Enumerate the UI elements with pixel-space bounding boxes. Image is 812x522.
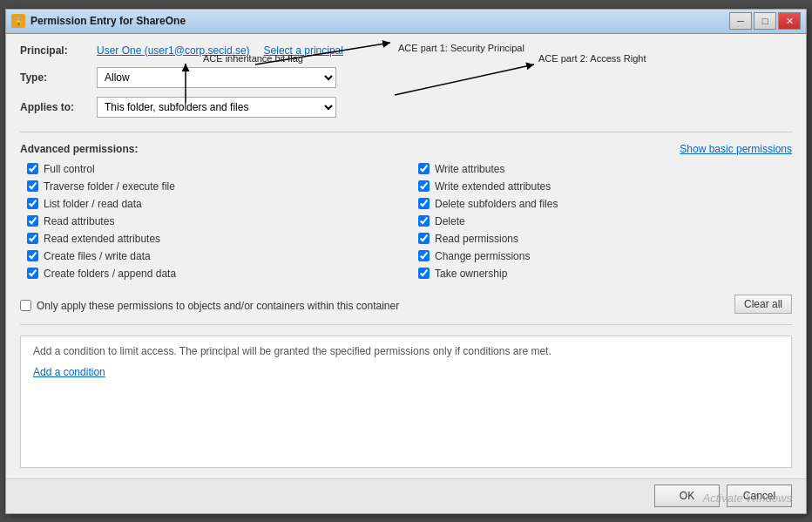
perm-create-folders: Create folders / append data [27, 265, 401, 282]
minimize-button[interactable]: ─ [729, 12, 752, 30]
only-apply-checkbox[interactable] [20, 300, 31, 311]
type-label: Type: [20, 71, 90, 84]
cancel-button[interactable]: Cancel [727, 485, 792, 507]
perm-list-folder-label[interactable]: List folder / read data [44, 198, 142, 210]
only-apply-row: Only apply these permissions to objects … [20, 300, 734, 312]
dialog-footer: OK Cancel [6, 478, 806, 513]
perm-change-permissions-checkbox[interactable] [418, 250, 430, 261]
perm-change-permissions-label[interactable]: Change permissions [435, 250, 530, 262]
show-basic-link[interactable]: Show basic permissions [680, 143, 792, 155]
dialog-window: 🔒 Permission Entry for ShareOne ─ □ ✕ Pr… [5, 9, 807, 514]
perm-list-folder-checkbox[interactable] [27, 198, 38, 209]
advanced-header: Advanced permissions: Show basic permiss… [20, 143, 792, 155]
applies-to-row: Applies to: This folder, subfolders and … [20, 97, 792, 118]
perm-read-permissions-checkbox[interactable] [418, 233, 430, 244]
applies-to-select[interactable]: This folder, subfolders and files This f… [97, 97, 336, 118]
perm-traverse: Traverse folder / execute file [27, 178, 401, 195]
type-row: Type: Allow Deny [20, 67, 792, 88]
perm-write-ext-attributes-label[interactable]: Write extended attributes [435, 180, 551, 193]
perm-take-ownership-checkbox[interactable] [418, 268, 430, 279]
perm-traverse-label[interactable]: Traverse folder / execute file [44, 180, 175, 193]
perm-delete-subfolders-checkbox[interactable] [418, 198, 430, 209]
perm-read-attributes: Read attributes [27, 213, 401, 230]
only-apply-row-container: Only apply these permissions to objects … [20, 295, 792, 314]
add-condition-link[interactable]: Add a condition [33, 366, 105, 378]
close-button[interactable]: ✕ [778, 12, 801, 30]
perm-list-folder: List folder / read data [27, 195, 401, 213]
perm-take-ownership: Take ownership [418, 265, 792, 282]
only-apply-label: Only apply these permissions to objects … [37, 300, 399, 312]
title-bar-buttons: ─ □ ✕ [729, 12, 801, 30]
perm-read-ext-attributes-label[interactable]: Read extended attributes [44, 233, 160, 245]
permissions-right: Write attributes Write extended attribut… [418, 160, 792, 282]
window-title: Permission Entry for ShareOne [30, 15, 186, 27]
perm-create-files-label[interactable]: Create files / write data [44, 250, 151, 262]
permissions-grid: Full control Traverse folder / execute f… [27, 160, 792, 282]
maximize-button[interactable]: □ [754, 12, 776, 30]
perm-read-attributes-label[interactable]: Read attributes [44, 215, 114, 227]
perm-write-ext-attributes-checkbox[interactable] [418, 180, 430, 192]
perm-delete-subfolders: Delete subfolders and files [418, 195, 792, 213]
select-principal-link[interactable]: Select a principal [264, 44, 343, 57]
perm-delete: Delete [418, 213, 792, 230]
perm-traverse-checkbox[interactable] [27, 180, 38, 192]
type-select[interactable]: Allow Deny [97, 67, 336, 88]
principal-value[interactable]: User One (user1@corp.secid.se) [97, 44, 250, 57]
principal-row: Principal: User One (user1@corp.secid.se… [20, 44, 792, 57]
perm-write-ext-attributes: Write extended attributes [418, 178, 792, 195]
perm-create-folders-checkbox[interactable] [27, 268, 38, 279]
perm-read-permissions-label[interactable]: Read permissions [435, 233, 518, 245]
perm-full-control-label[interactable]: Full control [44, 163, 95, 175]
perm-read-ext-attributes: Read extended attributes [27, 230, 401, 247]
perm-write-attributes: Write attributes [418, 160, 792, 178]
condition-text: Add a condition to limit access. The pri… [33, 345, 779, 357]
perm-read-attributes-checkbox[interactable] [27, 215, 38, 227]
condition-section: Add a condition to limit access. The pri… [20, 336, 792, 468]
clear-all-button[interactable]: Clear all [734, 295, 792, 314]
perm-create-files: Create files / write data [27, 247, 401, 265]
perm-delete-label[interactable]: Delete [435, 215, 465, 227]
advanced-permissions-section: Advanced permissions: Show basic permiss… [20, 143, 792, 282]
section-divider-1 [20, 132, 792, 132]
perm-full-control-checkbox[interactable] [27, 163, 38, 174]
section-divider-2 [20, 324, 792, 325]
perm-create-folders-label[interactable]: Create folders / append data [44, 268, 176, 280]
perm-delete-subfolders-label[interactable]: Delete subfolders and files [435, 198, 558, 210]
perm-delete-checkbox[interactable] [418, 215, 430, 227]
applies-to-label: Applies to: [20, 101, 90, 113]
title-bar: 🔒 Permission Entry for ShareOne ─ □ ✕ [6, 10, 806, 34]
ok-button[interactable]: OK [654, 485, 720, 507]
advanced-permissions-title: Advanced permissions: [20, 143, 138, 155]
perm-write-attributes-checkbox[interactable] [418, 163, 430, 174]
window-icon: 🔒 [11, 14, 25, 28]
perm-change-permissions: Change permissions [418, 247, 792, 265]
perm-write-attributes-label[interactable]: Write attributes [435, 163, 504, 175]
perm-read-ext-attributes-checkbox[interactable] [27, 233, 38, 244]
perm-full-control: Full control [27, 160, 401, 178]
perm-read-permissions: Read permissions [418, 230, 792, 247]
principal-label: Principal: [20, 44, 90, 57]
permissions-left: Full control Traverse folder / execute f… [27, 160, 401, 282]
perm-take-ownership-label[interactable]: Take ownership [435, 268, 507, 280]
perm-create-files-checkbox[interactable] [27, 250, 38, 261]
dialog-content: Principal: User One (user1@corp.secid.se… [6, 34, 806, 478]
